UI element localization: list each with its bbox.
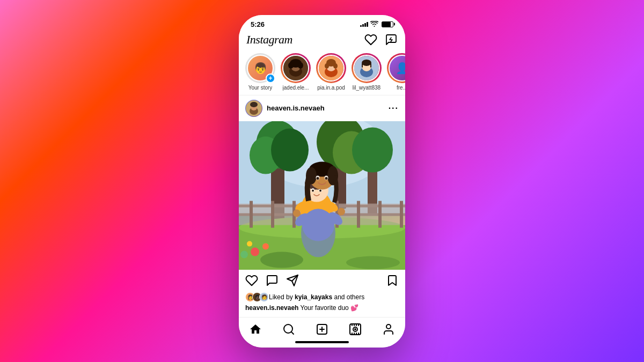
post-header: heaven.is.nevaeh ··· [239,95,405,121]
story-add-button[interactable]: + [266,73,275,83]
svg-rect-17 [370,63,371,68]
share-button[interactable] [286,274,299,287]
svg-point-74 [346,256,400,269]
story-ring-lil-wyatt [352,53,382,83]
svg-point-10 [325,63,329,69]
svg-point-21 [250,102,258,107]
post: heaven.is.nevaeh ··· [239,95,405,317]
status-bar: 5:26 [239,15,405,31]
svg-point-71 [247,241,252,246]
svg-rect-43 [357,201,360,227]
svg-point-5 [298,62,303,69]
signal-icon [360,21,368,27]
battery-icon [382,21,393,27]
like-button[interactable] [245,274,258,287]
svg-point-70 [262,243,269,249]
svg-point-73 [260,252,303,268]
story-label-fre: fre... [397,85,405,91]
likes-text: Liked by kyia_kayaks and others [269,293,364,301]
story-label-lil-wyatt: lil_wyatt838 [353,85,380,91]
post-caption: heaven.is.nevaeh Your favorite duo 💕 [245,304,399,313]
svg-point-27 [271,128,309,171]
svg-rect-39 [271,201,274,227]
story-item-pia[interactable]: pia.in.a.pod [316,53,346,91]
story-label-your-story: Your story [248,85,273,91]
home-bar [295,341,349,343]
story-item-fre[interactable]: 👤 fre... [387,53,405,91]
story-ring-pia [316,53,346,83]
story-avatar-wrap-your-story: 👦 + [245,53,275,83]
notifications-button[interactable] [364,33,377,46]
stories-row: 👦 + Your story [239,51,405,95]
svg-point-15 [362,60,371,66]
caption-text: Your favorite duo 💕 [298,304,358,312]
phone-shell: 5:26 Instagram [239,15,405,348]
post-more-button[interactable]: ··· [389,104,399,113]
wifi-icon [370,21,378,28]
story-avatar-fre: 👤 [389,55,405,82]
action-left [245,274,386,287]
nav-profile-button[interactable] [381,322,396,337]
post-footer: 👩 👩🏿 🧑 Liked by kyia_kayaks and others h… [239,291,405,317]
story-avatar-wrap-pia [316,53,346,83]
bottom-nav [239,317,405,339]
header-icons [364,33,398,46]
action-bar [239,270,405,291]
liker-avatars: 👩 👩🏿 🧑 [245,292,266,302]
svg-point-11 [333,63,338,69]
nav-home-button[interactable] [248,322,263,337]
nav-search-button[interactable] [281,322,296,337]
story-item-your-story[interactable]: 👦 + Your story [245,53,275,91]
nav-create-button[interactable] [314,322,330,337]
svg-point-51 [312,189,314,191]
home-indicator [239,339,405,348]
post-image-svg [239,121,405,270]
story-ring-fre: 👤 [387,53,405,83]
svg-point-32 [352,127,393,172]
story-avatar-wrap-jaded [281,53,311,83]
status-icons [360,21,393,28]
svg-point-93 [386,324,391,329]
post-image [239,121,405,270]
story-avatar-pia [318,55,345,82]
svg-rect-44 [378,201,382,227]
messenger-button[interactable] [385,33,398,46]
svg-point-64 [325,177,328,180]
story-avatar-jaded [282,55,309,82]
app-header: Instagram [239,31,405,51]
svg-rect-16 [362,63,363,68]
bookmark-button[interactable] [386,274,399,287]
story-avatar-wrap-lil-wyatt [352,53,382,83]
svg-line-78 [291,331,294,334]
comment-button[interactable] [266,274,279,287]
likes-row: 👩 👩🏿 🧑 Liked by kyia_kayaks and others [245,292,399,302]
story-item-lil-wyatt[interactable]: lil_wyatt838 [352,53,382,91]
story-avatar-wrap-fre: 👤 [387,53,405,83]
svg-point-4 [288,62,294,69]
post-user[interactable]: heaven.is.nevaeh [245,100,325,117]
liker-avatar-3: 🧑 [259,292,269,302]
post-avatar [245,100,262,117]
svg-rect-38 [250,201,253,227]
svg-rect-45 [400,201,403,227]
story-label-jaded: jaded.ele... [283,85,309,91]
story-label-pia: pia.in.a.pod [317,85,345,91]
svg-point-84 [355,329,356,330]
post-username: heaven.is.nevaeh [267,104,325,112]
story-avatar-lil-wyatt [353,55,380,82]
svg-point-69 [251,247,259,256]
svg-point-52 [319,189,321,191]
status-time: 5:26 [251,20,265,28]
svg-point-67 [293,209,301,217]
caption-username[interactable]: heaven.is.nevaeh [245,304,298,312]
story-ring-jaded [281,53,311,83]
svg-point-68 [338,208,345,215]
svg-point-63 [317,177,319,180]
nav-reels-button[interactable] [348,322,363,337]
story-item-jaded[interactable]: jaded.ele... [281,53,311,91]
likes-user[interactable]: kyia_kayaks [295,293,332,301]
svg-point-72 [240,250,248,258]
app-logo: Instagram [246,33,292,47]
